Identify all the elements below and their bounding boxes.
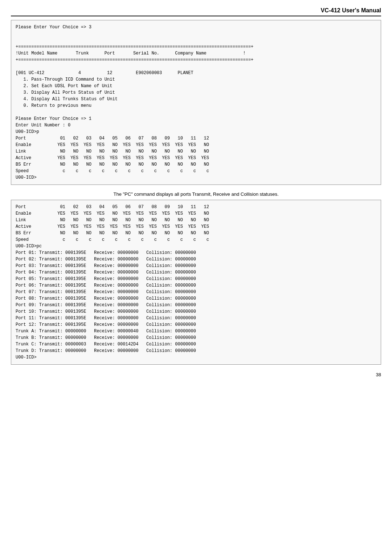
- terminal-box-2: Port 01 02 03 04 05 06 07 08 09 10 11 12…: [11, 200, 381, 365]
- terminal-box-1: Please Enter Your Choice => 3 +=========…: [11, 20, 381, 185]
- caption-text: The "PC" command displays all ports Tran…: [11, 191, 381, 197]
- page-header: VC-412 User's Manual: [11, 7, 381, 16]
- page-number: 38: [11, 372, 381, 377]
